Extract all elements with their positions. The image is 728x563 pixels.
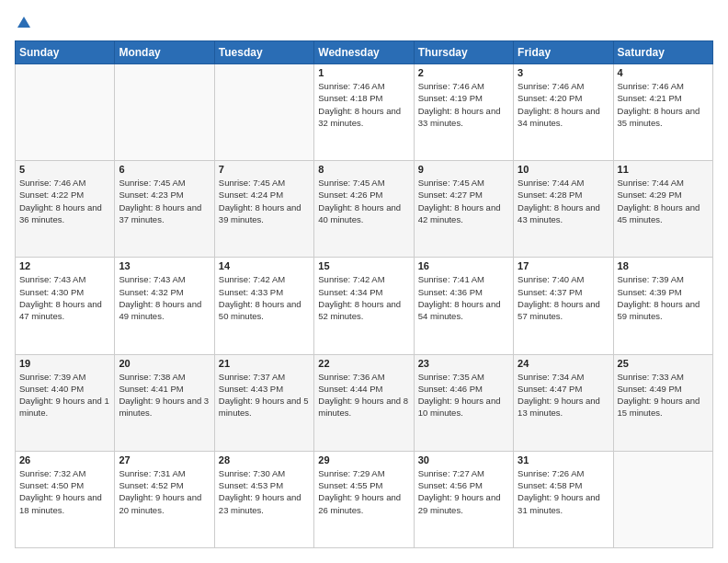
day-info: Sunrise: 7:46 AM Sunset: 4:18 PM Dayligh…: [318, 80, 409, 129]
day-number: 12: [19, 260, 110, 271]
weekday-header-row: SundayMondayTuesdayWednesdayThursdayFrid…: [16, 41, 713, 64]
calendar-day-cell: 21Sunrise: 7:37 AM Sunset: 4:43 PM Dayli…: [214, 354, 313, 451]
day-info: Sunrise: 7:45 AM Sunset: 4:24 PM Dayligh…: [219, 177, 310, 225]
day-info: Sunrise: 7:45 AM Sunset: 4:23 PM Dayligh…: [119, 177, 210, 225]
day-number: 25: [618, 358, 709, 369]
calendar-week-row: 5Sunrise: 7:46 AM Sunset: 4:22 PM Daylig…: [16, 161, 713, 258]
header: [15, 15, 713, 31]
day-info: Sunrise: 7:45 AM Sunset: 4:27 PM Dayligh…: [418, 177, 509, 225]
calendar-day-cell: 1Sunrise: 7:46 AM Sunset: 4:18 PM Daylig…: [314, 64, 414, 161]
day-number: 31: [518, 454, 609, 465]
svg-marker-0: [17, 17, 30, 28]
calendar-day-cell: 17Sunrise: 7:40 AM Sunset: 4:37 PM Dayli…: [514, 258, 613, 354]
day-number: 22: [318, 358, 409, 369]
day-info: Sunrise: 7:36 AM Sunset: 4:44 PM Dayligh…: [318, 371, 409, 419]
day-info: Sunrise: 7:32 AM Sunset: 4:50 PM Dayligh…: [19, 467, 110, 516]
calendar-day-cell: 30Sunrise: 7:27 AM Sunset: 4:56 PM Dayli…: [414, 451, 513, 547]
day-number: 14: [219, 260, 310, 271]
calendar-day-cell: 28Sunrise: 7:30 AM Sunset: 4:53 PM Dayli…: [214, 451, 313, 547]
day-info: Sunrise: 7:34 AM Sunset: 4:47 PM Dayligh…: [518, 371, 609, 419]
calendar-day-cell: 6Sunrise: 7:45 AM Sunset: 4:23 PM Daylig…: [115, 161, 214, 258]
day-info: Sunrise: 7:43 AM Sunset: 4:30 PM Dayligh…: [19, 273, 110, 322]
calendar-day-cell: 11Sunrise: 7:44 AM Sunset: 4:29 PM Dayli…: [613, 161, 712, 258]
calendar-day-cell: [115, 64, 214, 161]
day-number: 30: [418, 454, 509, 465]
calendar-week-row: 12Sunrise: 7:43 AM Sunset: 4:30 PM Dayli…: [16, 258, 713, 354]
calendar-day-cell: 19Sunrise: 7:39 AM Sunset: 4:40 PM Dayli…: [16, 354, 115, 451]
calendar-day-cell: [214, 64, 313, 161]
day-number: 5: [19, 164, 110, 175]
calendar-day-cell: 20Sunrise: 7:38 AM Sunset: 4:41 PM Dayli…: [115, 354, 214, 451]
day-info: Sunrise: 7:46 AM Sunset: 4:19 PM Dayligh…: [418, 80, 509, 129]
calendar-day-cell: 8Sunrise: 7:45 AM Sunset: 4:26 PM Daylig…: [314, 161, 414, 258]
day-number: 9: [418, 164, 509, 175]
day-number: 27: [119, 454, 210, 465]
day-info: Sunrise: 7:46 AM Sunset: 4:20 PM Dayligh…: [518, 80, 609, 129]
calendar-day-cell: 5Sunrise: 7:46 AM Sunset: 4:22 PM Daylig…: [16, 161, 115, 258]
calendar-day-cell: 25Sunrise: 7:33 AM Sunset: 4:49 PM Dayli…: [613, 354, 712, 451]
calendar-day-cell: 10Sunrise: 7:44 AM Sunset: 4:28 PM Dayli…: [514, 161, 613, 258]
day-info: Sunrise: 7:46 AM Sunset: 4:21 PM Dayligh…: [618, 80, 709, 129]
day-info: Sunrise: 7:29 AM Sunset: 4:55 PM Dayligh…: [318, 467, 409, 516]
day-info: Sunrise: 7:35 AM Sunset: 4:46 PM Dayligh…: [418, 371, 509, 419]
weekday-header: Thursday: [414, 41, 513, 64]
weekday-header: Wednesday: [314, 41, 414, 64]
day-number: 20: [119, 358, 210, 369]
day-number: 6: [119, 164, 210, 175]
day-info: Sunrise: 7:39 AM Sunset: 4:40 PM Dayligh…: [19, 371, 110, 419]
day-info: Sunrise: 7:43 AM Sunset: 4:32 PM Dayligh…: [119, 273, 210, 322]
day-info: Sunrise: 7:42 AM Sunset: 4:33 PM Dayligh…: [219, 273, 310, 322]
day-info: Sunrise: 7:26 AM Sunset: 4:58 PM Dayligh…: [518, 467, 609, 516]
day-number: 8: [318, 164, 409, 175]
calendar-day-cell: [613, 451, 712, 547]
calendar-day-cell: 4Sunrise: 7:46 AM Sunset: 4:21 PM Daylig…: [613, 64, 712, 161]
calendar-day-cell: 26Sunrise: 7:32 AM Sunset: 4:50 PM Dayli…: [16, 451, 115, 547]
day-info: Sunrise: 7:42 AM Sunset: 4:34 PM Dayligh…: [318, 273, 409, 322]
calendar-week-row: 19Sunrise: 7:39 AM Sunset: 4:40 PM Dayli…: [16, 354, 713, 451]
day-number: 7: [219, 164, 310, 175]
calendar-day-cell: 13Sunrise: 7:43 AM Sunset: 4:32 PM Dayli…: [115, 258, 214, 354]
day-info: Sunrise: 7:45 AM Sunset: 4:26 PM Dayligh…: [318, 177, 409, 225]
calendar-day-cell: 12Sunrise: 7:43 AM Sunset: 4:30 PM Dayli…: [16, 258, 115, 354]
weekday-header: Saturday: [613, 41, 712, 64]
day-number: 10: [518, 164, 609, 175]
day-number: 26: [19, 454, 110, 465]
calendar-day-cell: 27Sunrise: 7:31 AM Sunset: 4:52 PM Dayli…: [115, 451, 214, 547]
calendar-day-cell: 23Sunrise: 7:35 AM Sunset: 4:46 PM Dayli…: [414, 354, 513, 451]
logo-icon: [16, 15, 32, 31]
calendar-day-cell: 9Sunrise: 7:45 AM Sunset: 4:27 PM Daylig…: [414, 161, 513, 258]
page: SundayMondayTuesdayWednesdayThursdayFrid…: [0, 0, 728, 563]
logo: [15, 15, 33, 31]
day-info: Sunrise: 7:30 AM Sunset: 4:53 PM Dayligh…: [219, 467, 310, 516]
calendar-week-row: 1Sunrise: 7:46 AM Sunset: 4:18 PM Daylig…: [16, 64, 713, 161]
day-number: 23: [418, 358, 509, 369]
day-number: 16: [418, 260, 509, 271]
day-info: Sunrise: 7:37 AM Sunset: 4:43 PM Dayligh…: [219, 371, 310, 419]
day-info: Sunrise: 7:44 AM Sunset: 4:28 PM Dayligh…: [518, 177, 609, 225]
day-info: Sunrise: 7:39 AM Sunset: 4:39 PM Dayligh…: [618, 273, 709, 322]
calendar-day-cell: 22Sunrise: 7:36 AM Sunset: 4:44 PM Dayli…: [314, 354, 414, 451]
calendar-day-cell: 15Sunrise: 7:42 AM Sunset: 4:34 PM Dayli…: [314, 258, 414, 354]
calendar-day-cell: [16, 64, 115, 161]
weekday-header: Friday: [514, 41, 613, 64]
calendar-day-cell: 3Sunrise: 7:46 AM Sunset: 4:20 PM Daylig…: [514, 64, 613, 161]
day-number: 15: [318, 260, 409, 271]
day-info: Sunrise: 7:41 AM Sunset: 4:36 PM Dayligh…: [418, 273, 509, 322]
day-number: 13: [119, 260, 210, 271]
weekday-header: Monday: [115, 41, 214, 64]
day-number: 28: [219, 454, 310, 465]
day-number: 18: [618, 260, 709, 271]
day-info: Sunrise: 7:27 AM Sunset: 4:56 PM Dayligh…: [418, 467, 509, 516]
calendar-day-cell: 31Sunrise: 7:26 AM Sunset: 4:58 PM Dayli…: [514, 451, 613, 547]
day-number: 3: [518, 67, 609, 78]
calendar-week-row: 26Sunrise: 7:32 AM Sunset: 4:50 PM Dayli…: [16, 451, 713, 547]
day-number: 19: [19, 358, 110, 369]
day-info: Sunrise: 7:40 AM Sunset: 4:37 PM Dayligh…: [518, 273, 609, 322]
calendar-day-cell: 16Sunrise: 7:41 AM Sunset: 4:36 PM Dayli…: [414, 258, 513, 354]
calendar-table: SundayMondayTuesdayWednesdayThursdayFrid…: [15, 40, 713, 548]
calendar-day-cell: 7Sunrise: 7:45 AM Sunset: 4:24 PM Daylig…: [214, 161, 313, 258]
day-info: Sunrise: 7:31 AM Sunset: 4:52 PM Dayligh…: [119, 467, 210, 516]
day-info: Sunrise: 7:38 AM Sunset: 4:41 PM Dayligh…: [119, 371, 210, 419]
day-number: 4: [618, 67, 709, 78]
weekday-header: Sunday: [16, 41, 115, 64]
